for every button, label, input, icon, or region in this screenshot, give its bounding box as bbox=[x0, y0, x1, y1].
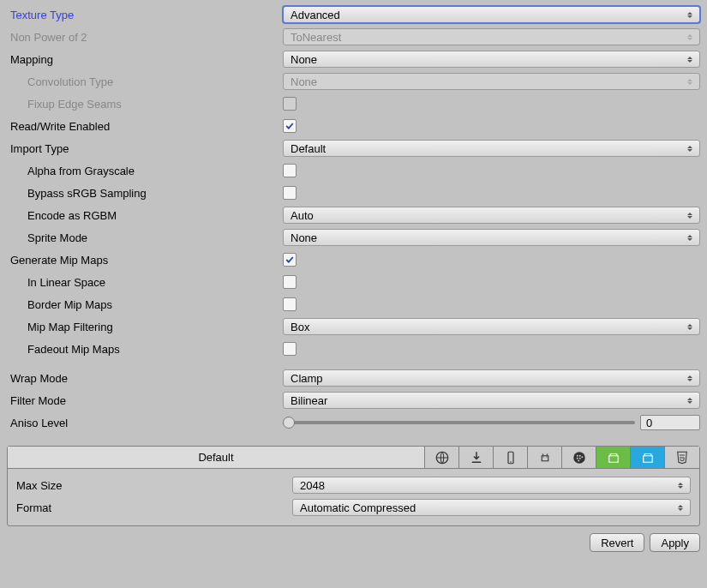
globe-icon bbox=[434, 450, 450, 465]
tab-ios[interactable] bbox=[494, 447, 528, 468]
sprite-mode-label: Sprite Mode bbox=[7, 231, 283, 244]
download-icon bbox=[469, 450, 484, 465]
encode-rgbm-label: Encode as RGBM bbox=[7, 209, 283, 222]
tab-web[interactable] bbox=[425, 447, 459, 468]
store-icon bbox=[640, 450, 656, 465]
tab-html5[interactable] bbox=[665, 447, 699, 468]
border-mip-checkbox[interactable] bbox=[283, 297, 297, 311]
chevron-updown-icon bbox=[687, 57, 692, 63]
svg-point-10 bbox=[578, 459, 579, 461]
max-size-label: Max Size bbox=[16, 479, 292, 492]
filter-mode-label: Filter Mode bbox=[7, 394, 283, 407]
svg-point-6 bbox=[576, 454, 578, 456]
svg-point-11 bbox=[581, 456, 583, 458]
chevron-updown-icon bbox=[678, 505, 683, 511]
readwrite-checkbox[interactable] bbox=[283, 119, 297, 133]
chevron-updown-icon bbox=[687, 34, 692, 40]
npot-dropdown: ToNearest bbox=[283, 28, 700, 45]
mip-filter-value: Box bbox=[291, 321, 309, 333]
format-dropdown[interactable]: Automatic Compressed bbox=[292, 499, 691, 516]
chevron-updown-icon bbox=[687, 12, 692, 18]
import-type-value: Default bbox=[291, 142, 326, 155]
platform-override-panel: Default Max Size 2048 bbox=[7, 446, 700, 526]
chevron-updown-icon bbox=[687, 398, 692, 404]
alpha-gs-label: Alpha from Grayscale bbox=[7, 165, 283, 177]
max-size-value: 2048 bbox=[300, 479, 325, 492]
platform-tabrow: Default bbox=[8, 447, 699, 469]
import-type-dropdown[interactable]: Default bbox=[283, 140, 700, 157]
mapping-label: Mapping bbox=[7, 53, 283, 66]
bypass-srgb-checkbox[interactable] bbox=[283, 186, 297, 200]
chevron-updown-icon bbox=[687, 324, 692, 330]
chevron-updown-icon bbox=[687, 146, 692, 152]
revert-button[interactable]: Revert bbox=[590, 533, 644, 552]
aniso-slider[interactable] bbox=[283, 421, 635, 424]
wrap-mode-value: Clamp bbox=[291, 372, 323, 385]
npot-label: Non Power of 2 bbox=[7, 31, 283, 44]
chevron-updown-icon bbox=[687, 375, 692, 381]
fixup-edge-label: Fixup Edge Seams bbox=[7, 98, 283, 111]
linear-label: In Linear Space bbox=[7, 276, 283, 289]
html5-icon bbox=[674, 450, 690, 465]
border-mip-label: Border Mip Maps bbox=[7, 298, 283, 311]
check-icon bbox=[285, 255, 295, 265]
chevron-updown-icon bbox=[678, 483, 683, 489]
aniso-label: Aniso Level bbox=[7, 417, 283, 429]
sprite-mode-value: None bbox=[291, 231, 317, 244]
npot-value: ToNearest bbox=[291, 31, 341, 44]
mapping-value: None bbox=[291, 53, 317, 66]
texture-type-label: Texture Type bbox=[7, 9, 283, 21]
readwrite-label: Read/Write Enabled bbox=[7, 120, 283, 133]
blackberry-icon bbox=[572, 450, 587, 465]
alpha-gs-checkbox[interactable] bbox=[283, 164, 297, 177]
tab-windows-store[interactable] bbox=[596, 447, 631, 468]
svg-point-5 bbox=[573, 452, 585, 464]
mip-filter-dropdown[interactable]: Box bbox=[283, 318, 700, 335]
filter-mode-dropdown[interactable]: Bilinear bbox=[283, 392, 700, 409]
texture-type-dropdown[interactable]: Advanced bbox=[283, 6, 700, 23]
wrap-mode-label: Wrap Mode bbox=[7, 372, 283, 385]
gen-mip-label: Generate Mip Maps bbox=[7, 254, 283, 267]
chevron-updown-icon bbox=[687, 79, 692, 85]
check-icon bbox=[285, 121, 295, 131]
fixup-edge-checkbox bbox=[283, 97, 297, 111]
convolution-dropdown: None bbox=[283, 73, 700, 90]
phone-icon bbox=[503, 450, 518, 465]
tab-standalone[interactable] bbox=[459, 447, 494, 468]
convolution-label: Convolution Type bbox=[7, 75, 283, 88]
format-value: Automatic Compressed bbox=[300, 501, 416, 514]
chevron-updown-icon bbox=[687, 235, 692, 241]
tab-android[interactable] bbox=[528, 447, 562, 468]
android-icon bbox=[537, 450, 553, 465]
texture-type-value: Advanced bbox=[291, 9, 340, 21]
tab-windows-phone[interactable] bbox=[631, 447, 665, 468]
svg-point-2 bbox=[510, 461, 512, 463]
svg-point-7 bbox=[578, 454, 580, 456]
fadeout-checkbox[interactable] bbox=[283, 342, 297, 356]
mapping-dropdown[interactable]: None bbox=[283, 51, 700, 68]
chevron-updown-icon bbox=[687, 213, 692, 219]
filter-mode-value: Bilinear bbox=[291, 394, 327, 407]
tab-blackberry[interactable] bbox=[562, 447, 596, 468]
tab-default[interactable]: Default bbox=[8, 447, 425, 468]
apply-button[interactable]: Apply bbox=[650, 533, 700, 552]
gen-mip-checkbox[interactable] bbox=[283, 253, 297, 267]
bypass-srgb-label: Bypass sRGB Sampling bbox=[7, 187, 283, 200]
convolution-value: None bbox=[291, 75, 317, 88]
max-size-dropdown[interactable]: 2048 bbox=[292, 477, 691, 494]
encode-rgbm-dropdown[interactable]: Auto bbox=[283, 207, 700, 224]
slider-thumb-icon[interactable] bbox=[283, 417, 295, 429]
wrap-mode-dropdown[interactable]: Clamp bbox=[283, 369, 700, 387]
svg-point-3 bbox=[542, 456, 543, 457]
fadeout-label: Fadeout Mip Maps bbox=[7, 343, 283, 356]
svg-point-9 bbox=[578, 457, 580, 459]
import-type-label: Import Type bbox=[7, 142, 283, 155]
svg-point-8 bbox=[576, 457, 578, 459]
aniso-value-field[interactable]: 0 bbox=[640, 415, 700, 430]
svg-point-4 bbox=[546, 456, 547, 457]
linear-checkbox[interactable] bbox=[283, 275, 297, 289]
format-label: Format bbox=[16, 501, 292, 514]
sprite-mode-dropdown[interactable]: None bbox=[283, 229, 700, 246]
encode-rgbm-value: Auto bbox=[291, 209, 314, 222]
store-icon bbox=[606, 450, 621, 465]
